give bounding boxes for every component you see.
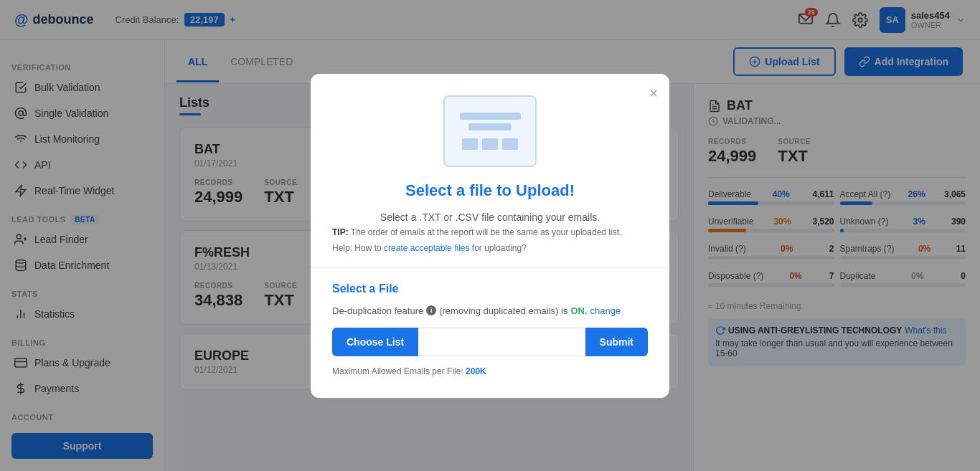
modal-select-title: Select a File [311,282,669,305]
dedup-change-link[interactable]: change [590,305,621,316]
modal-dedup: De-duplication feature i (removing dupli… [311,305,669,328]
modal-icon-area [311,95,669,167]
modal-file-icon [443,95,537,167]
max-label: Maximum Allowed Emails per File: [332,366,463,376]
help-link2: for uploading? [472,243,527,253]
modal-tip: TIP: The order of emails at the report w… [311,227,669,243]
help-link[interactable]: create acceptable files [384,243,469,253]
dedup-on: ON. [570,305,587,316]
upload-modal: × Select a file to Upload! Select a .TXT… [311,74,669,398]
modal-desc: Select a .TXT or .CSV file containing yo… [311,211,669,223]
info-icon[interactable]: i [426,305,436,315]
modal-divider [311,267,669,268]
modal-title: Select a file to Upload! [311,181,669,200]
help-text: How to [354,243,381,253]
modal-buttons: Choose List Submit [311,328,669,362]
modal-help: Help: How to create acceptable files for… [311,243,669,267]
modal-overlay[interactable]: × Select a file to Upload! Select a .TXT… [0,0,980,471]
help-label: Help: [332,243,352,253]
modal-max: Maximum Allowed Emails per File: 200K [311,362,669,398]
tip-text: The order of emails at the report will b… [351,227,622,237]
tip-label: TIP: [332,227,349,237]
max-value: 200K [466,366,486,376]
dedup-label: De-duplication feature [332,305,423,316]
submit-button[interactable]: Submit [585,328,648,356]
modal-close-button[interactable]: × [649,85,658,102]
file-input-display [418,328,585,356]
dedup-middle: (removing duplicated emails) is [439,305,567,316]
choose-list-button[interactable]: Choose List [332,328,418,356]
